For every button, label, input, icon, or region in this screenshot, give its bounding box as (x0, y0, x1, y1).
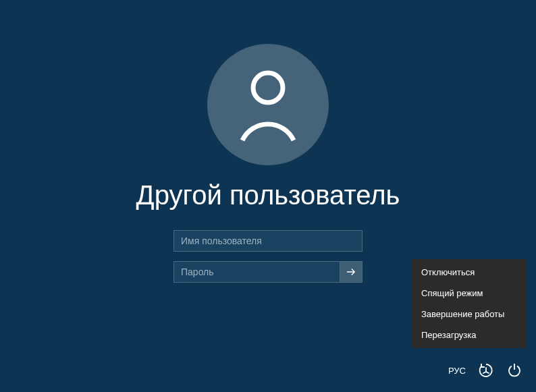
power-menu-disconnect[interactable]: Отключиться (412, 262, 527, 283)
bottom-bar: РУС (448, 362, 522, 379)
arrow-right-icon (345, 266, 357, 278)
login-container: Другой пользователь (0, 0, 536, 283)
password-input[interactable] (173, 261, 340, 283)
ease-of-access-button[interactable] (478, 362, 494, 379)
user-icon (234, 67, 302, 142)
password-wrapper (173, 261, 363, 283)
power-button[interactable] (506, 362, 522, 379)
power-menu-restart[interactable]: Перезагрузка (412, 325, 527, 345)
language-indicator[interactable]: РУС (448, 366, 466, 376)
power-menu: Отключиться Спящий режим Завершение рабо… (412, 259, 527, 348)
username-wrapper (173, 230, 363, 252)
username-input[interactable] (173, 230, 363, 252)
power-menu-shutdown[interactable]: Завершение работы (412, 304, 527, 325)
ease-of-access-icon (478, 362, 494, 379)
power-menu-sleep[interactable]: Спящий режим (412, 283, 527, 304)
page-title: Другой пользователь (136, 179, 400, 211)
submit-button[interactable] (340, 261, 363, 283)
svg-point-0 (253, 73, 283, 103)
avatar (207, 44, 329, 165)
power-icon (506, 362, 522, 379)
